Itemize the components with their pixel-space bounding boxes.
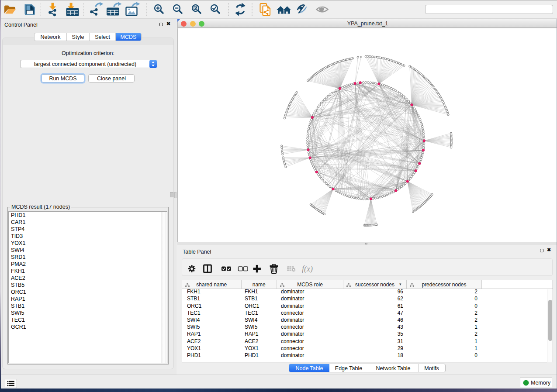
svg-text:Memory: Memory bbox=[531, 380, 551, 386]
svg-text:f(x): f(x) bbox=[302, 265, 313, 274]
